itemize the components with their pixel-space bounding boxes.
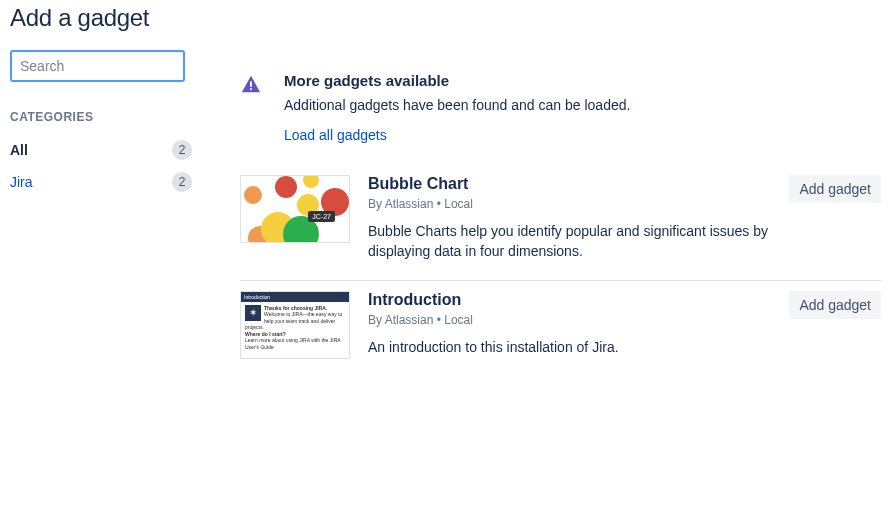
- thumbnail-tag: JC-27: [308, 211, 335, 222]
- category-name: Jira: [10, 174, 33, 190]
- gadget-title: Introduction: [368, 291, 771, 309]
- gadget-card: Introduction ✶ Thanks for choosing JIRA.…: [240, 281, 881, 377]
- notice-title: More gadgets available: [284, 72, 881, 89]
- gadget-meta: By Atlassian • Local: [368, 197, 771, 211]
- category-name: All: [10, 142, 28, 158]
- categories-heading: CATEGORIES: [10, 110, 200, 124]
- gadget-thumbnail: Introduction ✶ Thanks for choosing JIRA.…: [240, 291, 350, 359]
- load-all-gadgets-link[interactable]: Load all gadgets: [284, 127, 881, 143]
- add-gadget-button[interactable]: Add gadget: [789, 175, 881, 203]
- category-list: All 2 Jira 2: [10, 134, 200, 198]
- main-content: More gadgets available Additional gadget…: [240, 50, 881, 377]
- category-item-all[interactable]: All 2: [10, 134, 200, 166]
- page-title: Add a gadget: [10, 4, 881, 32]
- warning-icon: [240, 74, 262, 96]
- search-input[interactable]: [10, 50, 185, 82]
- category-count-badge: 2: [172, 140, 192, 160]
- gadget-title: Bubble Chart: [368, 175, 771, 193]
- notice-text: Additional gadgets have been found and c…: [284, 97, 881, 113]
- category-item-jira[interactable]: Jira 2: [10, 166, 200, 198]
- add-gadget-button[interactable]: Add gadget: [789, 291, 881, 319]
- svg-rect-1: [250, 88, 252, 90]
- gadget-meta: By Atlassian • Local: [368, 313, 771, 327]
- gadget-description: Bubble Charts help you identify popular …: [368, 221, 771, 262]
- gadget-thumbnail: JC-27: [240, 175, 350, 243]
- sidebar: CATEGORIES All 2 Jira 2: [10, 50, 200, 377]
- more-gadgets-notice: More gadgets available Additional gadget…: [240, 72, 881, 143]
- gadget-description: An introduction to this installation of …: [368, 337, 771, 357]
- gadget-card: JC-27 Bubble Chart By Atlassian • Local …: [240, 165, 881, 281]
- category-count-badge: 2: [172, 172, 192, 192]
- svg-rect-0: [250, 81, 252, 87]
